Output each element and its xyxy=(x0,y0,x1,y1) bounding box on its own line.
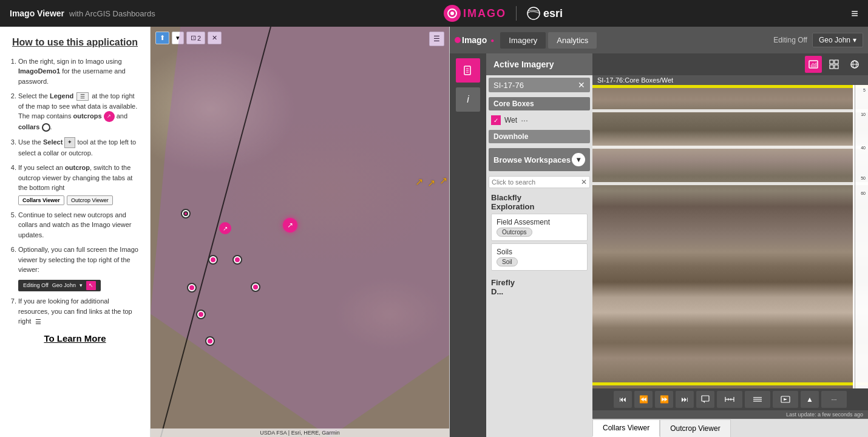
collar-dot-4 xyxy=(189,285,194,290)
field-assessment-label: Field Assesment xyxy=(497,218,582,226)
collar-marker-5[interactable] xyxy=(196,310,206,319)
fast-forward-btn[interactable]: ⏩ xyxy=(655,391,673,408)
cursor-preview: ↖ xyxy=(86,281,96,291)
collar-marker-3[interactable] xyxy=(232,255,242,265)
workspace-search-input[interactable] xyxy=(492,178,578,186)
imago-file-btn[interactable] xyxy=(456,58,480,83)
skip-to-end-btn[interactable]: ⏭ xyxy=(676,391,694,408)
left-panel: How to use this application On the right… xyxy=(0,27,151,437)
preview-outcrop-tab[interactable]: Outcrop Viewer xyxy=(67,195,113,205)
dropdown-arrow-preview: ▾ xyxy=(80,282,83,290)
collar-marker-1[interactable] xyxy=(181,209,191,218)
outcrops-bold: outcrops xyxy=(73,112,102,120)
selected-pink-marker[interactable]: ↗ xyxy=(283,218,297,232)
wet-row: ✓ Wet ··· xyxy=(486,113,592,127)
collar-dot-1 xyxy=(183,211,188,216)
search-clear-btn[interactable]: ✕ xyxy=(581,178,587,186)
topbar: Imago Viewer with ArcGIS Dashboards IMAG… xyxy=(0,0,868,27)
wet-options-btn[interactable]: ··· xyxy=(521,115,528,125)
workspace-search-box[interactable]: ✕ xyxy=(489,176,590,188)
outcrops-tag[interactable]: Outcrops xyxy=(497,228,532,237)
outcrop-2[interactable]: ↗ xyxy=(427,177,435,189)
collar-marker-6[interactable] xyxy=(205,336,215,346)
downhole-section: Downhole xyxy=(489,130,590,143)
divider-1 xyxy=(592,109,868,112)
divider-2 xyxy=(592,146,868,149)
active-imagery-header: Active Imagery xyxy=(486,53,592,75)
preview-collars-tab[interactable]: Collars Viewer xyxy=(18,195,64,205)
align-btn[interactable] xyxy=(745,391,770,408)
imago-info-btn[interactable]: i xyxy=(456,87,480,112)
editing-off-label: Editing Off xyxy=(773,36,807,44)
right-panel: Imago ● Imagery Analytics Editing Off Ge… xyxy=(449,27,868,437)
imago-header-left: Imago ● Imagery Analytics xyxy=(455,32,597,49)
more-btn[interactable]: ··· xyxy=(821,391,847,408)
skip-to-start-btn[interactable]: ⏮ xyxy=(614,391,632,408)
geo-john-label: Geo John xyxy=(819,36,850,44)
collar-dot-6 xyxy=(208,339,212,344)
top-yellow-band xyxy=(592,85,868,88)
outcrop-3[interactable]: ↗ xyxy=(439,175,447,186)
svg-rect-16 xyxy=(702,396,709,401)
imago-middle: Active Imagery SI-17-76 ✕ Core Boxes ✓ W… xyxy=(486,53,592,437)
soils-item[interactable]: Soils Soil xyxy=(491,243,588,271)
rewind-btn[interactable]: ⏪ xyxy=(634,391,653,408)
bottom-tabs: Collars Viewer Outcrop Viewer xyxy=(592,419,868,437)
imagery-item-si17[interactable]: SI-17-76 ✕ xyxy=(489,78,590,92)
analytics-nav-btn[interactable]: Analytics xyxy=(548,32,597,49)
how-to-title: How to use this application xyxy=(10,36,140,49)
close-imagery-btn[interactable]: ✕ xyxy=(578,80,585,90)
collar-dot-7 xyxy=(253,285,258,290)
svg-rect-12 xyxy=(835,65,838,69)
blackfly-group-title: BlackflyExploration xyxy=(491,193,588,211)
collar-marker-4[interactable] xyxy=(187,283,197,293)
workspace-group-blackfly: BlackflyExploration Field Assesment Outc… xyxy=(486,191,592,276)
step-1: On the right, sign in to Imago using Ima… xyxy=(18,56,140,87)
collar-marker-selected[interactable]: ↗ xyxy=(219,222,231,234)
soil-tag[interactable]: Soil xyxy=(497,257,518,266)
geo-john-btn[interactable]: Geo John ▾ xyxy=(812,33,863,47)
outcrop-1[interactable]: ↗ xyxy=(415,176,423,188)
viewer-image-container[interactable]: 5 10 40 50 60 xyxy=(592,85,868,388)
collars-viewer-tab[interactable]: Collars Viewer xyxy=(592,419,660,437)
imago-small-dot xyxy=(455,37,461,43)
comment-btn[interactable] xyxy=(696,391,714,408)
core-boxes-section: Core Boxes xyxy=(489,97,590,110)
outcrop-marker-icon: ↗ xyxy=(104,111,115,122)
image-view-btn[interactable] xyxy=(805,56,822,73)
topbar-left: Imago Viewer with ArcGIS Dashboards xyxy=(10,8,155,18)
imago-logo: IMAGO xyxy=(444,5,506,22)
globe-view-btn[interactable] xyxy=(846,56,863,73)
outcrop-viewer-tab[interactable]: Outcrop Viewer xyxy=(660,419,730,437)
tabs-preview: Collars Viewer Outcrop Viewer xyxy=(18,195,140,205)
field-assessment-item[interactable]: Field Assesment Outcrops xyxy=(491,214,588,241)
image-adjust-btn[interactable] xyxy=(773,391,798,408)
hamburger-preview-icon: ☰ xyxy=(35,317,41,327)
app-title: Imago Viewer xyxy=(10,8,64,18)
grid-view-btn[interactable] xyxy=(826,56,843,73)
firefly-group-title: FireflyD... xyxy=(491,278,588,296)
up-btn[interactable]: ▲ xyxy=(801,391,819,408)
measure-btn[interactable] xyxy=(717,391,742,408)
to-learn-more: To Learn More xyxy=(10,333,140,344)
user-dropdown-arrow: ▾ xyxy=(853,36,856,44)
svg-point-2 xyxy=(527,7,540,19)
core-box-image: 5 10 40 50 60 xyxy=(592,85,868,388)
ruler-mark-10: 10 xyxy=(861,112,866,117)
browse-expand-btn[interactable]: ▾ xyxy=(572,153,585,166)
collar-marker-2[interactable] xyxy=(208,255,218,265)
workspace-group-firefly: FireflyD... xyxy=(486,276,592,301)
imago-logo-circle xyxy=(444,5,461,22)
main-layout: How to use this application On the right… xyxy=(0,27,868,437)
collar-marker-7[interactable] xyxy=(251,282,260,292)
bottom-yellow-band xyxy=(592,382,868,385)
imago-brand-small: Imago xyxy=(462,35,487,45)
ruler-mark-60: 60 xyxy=(861,191,866,195)
imagery-nav-btn[interactable]: Imagery xyxy=(500,32,546,49)
core-image-bg: 5 10 40 50 60 xyxy=(592,85,868,388)
menu-icon[interactable]: ≡ xyxy=(851,7,858,21)
wet-checkbox[interactable]: ✓ xyxy=(491,115,501,125)
map-area[interactable]: ⬆ ▾ ⊡ 2 ✕ ☰ ↗ ↗ xyxy=(151,27,449,437)
viewer-toolbar xyxy=(592,53,868,75)
pink-dot-brand: ● xyxy=(490,37,494,44)
